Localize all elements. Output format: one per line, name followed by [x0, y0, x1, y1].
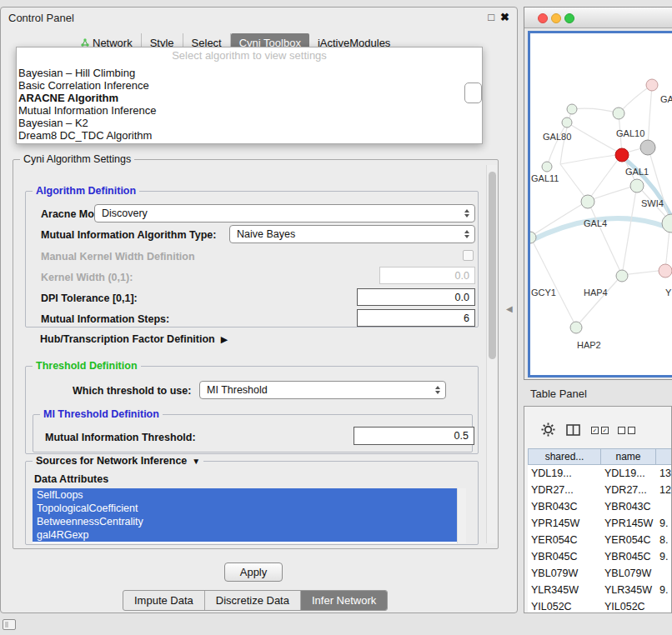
- table-settings-gear-icon[interactable]: [541, 422, 555, 439]
- dropdown-item-selected[interactable]: ARACNE Algorithm: [17, 92, 482, 104]
- cell-extra: [656, 565, 672, 582]
- table-row[interactable]: YDL19... YDL19... 13: [528, 465, 672, 482]
- dpi-tolerance-field[interactable]: 0.0: [357, 288, 475, 306]
- dropdown-item[interactable]: Bayesian – K2: [17, 117, 482, 129]
- attribute-list-item[interactable]: gal4RGexp: [33, 528, 457, 542]
- bottom-tabstrip: Impute Data Discretize Data Infer Networ…: [123, 590, 388, 611]
- apply-button[interactable]: Apply: [224, 562, 283, 582]
- scrollbar-thumb[interactable]: [489, 172, 496, 359]
- which-threshold-select[interactable]: MI Threshold: [199, 381, 446, 399]
- table-row[interactable]: YBR045C YBR045C 9.: [528, 548, 672, 565]
- dropdown-item[interactable]: Dream8 DC_TDC Algorithm: [17, 129, 482, 142]
- cell-name: YDR27...: [601, 482, 656, 498]
- network-graph[interactable]: GAL80 GAL10 GAL11 GAL1 SWI4 GAL4 GCY1 HA…: [530, 33, 672, 375]
- zoom-button[interactable]: [564, 13, 574, 23]
- select-all-icon[interactable]: ✓✓: [591, 427, 609, 434]
- attribute-list-item[interactable]: BetweennessCentrality: [33, 515, 457, 528]
- node-label: GAL1: [625, 167, 649, 177]
- mi-threshold-group: MI Threshold Definition Mutual Informati…: [33, 414, 473, 452]
- close-panel-icon[interactable]: ✖: [500, 11, 509, 23]
- cell-name: YDL19...: [601, 465, 656, 482]
- attribute-list-item[interactable]: SelfLoops: [33, 488, 457, 502]
- deselect-all-icon[interactable]: [618, 427, 635, 434]
- cell-name: YER054C: [601, 532, 656, 548]
- aracne-mode-select[interactable]: Discovery: [94, 204, 475, 222]
- tab-impute-data[interactable]: Impute Data: [123, 591, 205, 610]
- hub-definition-expander[interactable]: Hub/Transcription Factor Definition ▶: [40, 333, 228, 345]
- algorithm-combobox-fragment[interactable]: [464, 82, 482, 103]
- restore-panel-icon[interactable]: [3, 619, 16, 630]
- network-canvas[interactable]: GAL80 GAL10 GAL11 GAL1 SWI4 GAL4 GCY1 HA…: [528, 31, 672, 378]
- network-node[interactable]: [613, 108, 624, 119]
- network-node-highlighted[interactable]: [615, 148, 629, 162]
- cell-shared-name: YBR043C: [528, 498, 601, 515]
- cell-shared-name: YDR27...: [528, 482, 601, 498]
- network-node[interactable]: [542, 162, 552, 172]
- cell-extra: 9.: [656, 582, 672, 598]
- table-row[interactable]: YLR345W YLR345W 9.: [528, 582, 672, 598]
- node-label: HAP2: [577, 340, 601, 350]
- tab-infer-network[interactable]: Infer Network: [301, 591, 387, 610]
- node-label: Y: [665, 288, 672, 298]
- attribute-list-scrollbar[interactable]: [457, 488, 466, 543]
- table-header-shared-name[interactable]: shared...: [528, 448, 601, 465]
- threshold-definition-group: Threshold Definition Which threshold to …: [25, 366, 479, 454]
- table-row[interactable]: YBL079W YBL079W: [528, 565, 672, 582]
- data-attributes-label: Data Attributes: [34, 473, 108, 485]
- algorithm-definition-group: Algorithm Definition Aracne Mode: Discov…: [25, 191, 479, 328]
- tab-discretize-data[interactable]: Discretize Data: [205, 591, 301, 610]
- sources-group-header[interactable]: Sources for Network Inference ▼: [33, 455, 203, 467]
- network-node[interactable]: [646, 79, 658, 91]
- cell-shared-name: YBR045C: [528, 548, 601, 565]
- table-row[interactable]: YBR043C YBR043C: [528, 498, 672, 515]
- splitter-collapse-icon[interactable]: ◀: [506, 304, 513, 313]
- node-label: SWI4: [641, 198, 664, 208]
- expand-right-icon: ▶: [221, 334, 228, 345]
- mi-algorithm-type-select[interactable]: Naive Bayes: [229, 225, 475, 243]
- dropdown-item[interactable]: Mutual Information Inference: [17, 104, 482, 117]
- table-header-name[interactable]: name: [601, 448, 656, 465]
- table-row[interactable]: YIL052C YIL052C: [528, 598, 672, 613]
- node-label: HAP4: [584, 288, 608, 298]
- table-row[interactable]: YDR27... YDR27... 12: [528, 482, 672, 498]
- mi-threshold-field[interactable]: 0.5: [354, 427, 474, 445]
- dropdown-item[interactable]: Basic Correlation Inference: [17, 79, 482, 92]
- network-node[interactable]: [581, 195, 594, 208]
- cell-shared-name: YER054C: [528, 532, 601, 548]
- mi-steps-field[interactable]: 6: [357, 309, 475, 327]
- node-label: GAL: [660, 94, 672, 104]
- node-label: GCY1: [531, 288, 556, 298]
- cell-shared-name: YDL19...: [528, 465, 601, 482]
- network-node[interactable]: [640, 140, 655, 155]
- table-header-extra[interactable]: [656, 448, 672, 465]
- network-node[interactable]: [662, 214, 672, 232]
- network-node[interactable]: [570, 322, 582, 333]
- network-node[interactable]: [630, 179, 644, 192]
- combo-arrows-icon: [464, 230, 469, 238]
- minimize-button[interactable]: [551, 13, 561, 23]
- table-row[interactable]: YPR145W YPR145W 9.: [528, 515, 672, 532]
- mi-steps-value: 6: [464, 312, 469, 324]
- cell-shared-name: YPR145W: [528, 515, 601, 532]
- network-node[interactable]: [567, 104, 577, 114]
- table-header-row: shared... name: [528, 448, 672, 465]
- collapse-down-icon: ▼: [192, 457, 200, 466]
- network-node[interactable]: [562, 118, 572, 128]
- attribute-list-item[interactable]: TopologicalCoefficient: [33, 502, 457, 515]
- algorithm-definition-title: Algorithm Definition: [33, 185, 139, 197]
- dpi-tolerance-value: 0.0: [455, 292, 469, 303]
- network-node[interactable]: [659, 264, 672, 278]
- network-node[interactable]: [616, 270, 628, 282]
- cyni-algorithm-settings-group: Cyni Algorithm Settings Algorithm Defini…: [13, 159, 499, 549]
- network-window-titlebar[interactable]: [524, 8, 672, 28]
- kernel-width-label: Kernel Width (0,1):: [41, 272, 133, 283]
- kernel-width-field: 0.0: [379, 267, 475, 284]
- dropdown-item[interactable]: Bayesian – Hill Climbing: [17, 67, 482, 79]
- table-row[interactable]: YER054C YER054C 8.: [528, 532, 672, 548]
- column-visibility-icon[interactable]: [566, 424, 580, 438]
- close-button[interactable]: [538, 13, 548, 23]
- settings-scrollbar[interactable]: [486, 165, 497, 543]
- cell-shared-name: YIL052C: [528, 598, 601, 613]
- float-window-icon[interactable]: □: [488, 11, 494, 23]
- combo-arrows-icon: [435, 386, 440, 394]
